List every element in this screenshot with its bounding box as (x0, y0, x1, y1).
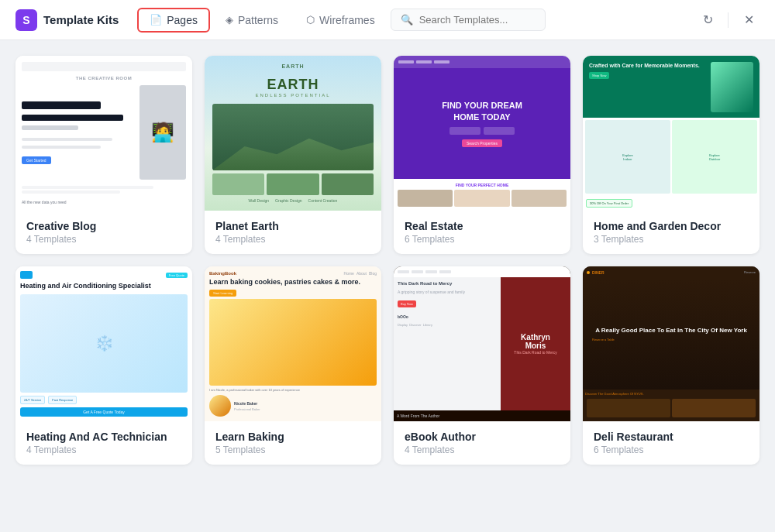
card-thumb-planet-earth: EARTH EARTH ENDLESS POTENTIAL Wall Desig… (205, 56, 381, 211)
card-info-ebook: eBook Author 4 Templates (394, 421, 570, 465)
card-thumb-home-garden: Crafted with Care for Memorable Moments.… (583, 56, 760, 211)
tab-pages-label: Pages (167, 14, 198, 26)
patterns-icon: ◈ (226, 14, 233, 26)
card-info-baking: Learn Baking 5 Templates (205, 421, 381, 465)
divider (728, 12, 728, 28)
card-info-creative-blog: Creative Blog 4 Templates (16, 211, 192, 254)
card-thumb-real-estate: FIND YOUR DREAMHOME TODAY Search Propert… (394, 56, 570, 211)
card-subtitle-creative-blog: 4 Templates (26, 234, 181, 245)
nav-tabs: 📄 Pages ◈ Patterns ⬡ Wireframes 🔍 (137, 8, 678, 33)
card-thumb-deli: DINER Reserve A Really Good Place To Eat… (583, 266, 760, 421)
card-subtitle-home-garden: 3 Templates (594, 234, 749, 245)
card-ebook[interactable]: This Dark Road to Mercy A gripping story… (394, 266, 570, 465)
card-home-garden[interactable]: Crafted with Care for Memorable Moments.… (583, 56, 760, 254)
card-info-hvac: Heating And AC Technician 4 Templates (16, 421, 192, 465)
card-thumb-hvac: Free Quote Heating and Air Conditioning … (16, 266, 192, 421)
card-title-hvac: Heating And AC Technician (26, 431, 181, 443)
card-title-ebook: eBook Author (405, 431, 560, 443)
card-baking[interactable]: BakingBook Home About Blog Learn baking … (205, 266, 381, 465)
card-subtitle-hvac: 4 Templates (26, 444, 181, 455)
card-title-deli: Deli Restaurant (594, 431, 749, 443)
card-title-creative-blog: Creative Blog (26, 220, 181, 232)
card-real-estate[interactable]: FIND YOUR DREAMHOME TODAY Search Propert… (394, 56, 570, 254)
card-title-home-garden: Home and Garden Decor (594, 220, 749, 232)
pages-icon: 📄 (150, 14, 162, 26)
card-title-baking: Learn Baking (215, 431, 370, 443)
card-planet-earth[interactable]: EARTH EARTH ENDLESS POTENTIAL Wall Desig… (205, 56, 381, 254)
wireframes-icon: ⬡ (306, 14, 315, 26)
card-title-planet-earth: Planet Earth (215, 220, 370, 232)
template-grid: THE CREATIVE ROOM Get Started 🧑‍💻 (0, 40, 775, 480)
card-info-planet-earth: Planet Earth 4 Templates (205, 211, 381, 254)
logo-text: Template Kits (43, 13, 119, 26)
card-deli[interactable]: DINER Reserve A Really Good Place To Eat… (583, 266, 760, 465)
card-subtitle-real-estate: 6 Templates (405, 234, 560, 245)
card-thumb-ebook: This Dark Road to Mercy A gripping story… (394, 266, 570, 421)
close-button[interactable]: ✕ (738, 9, 760, 31)
search-input[interactable] (419, 14, 536, 26)
card-subtitle-deli: 6 Templates (594, 444, 749, 455)
card-subtitle-planet-earth: 4 Templates (215, 234, 370, 245)
header-actions: ↻ ✕ (697, 9, 760, 31)
card-hvac[interactable]: Free Quote Heating and Air Conditioning … (16, 266, 192, 465)
logo-area: S Template Kits (16, 9, 119, 31)
card-thumb-creative-blog: THE CREATIVE ROOM Get Started 🧑‍💻 (16, 56, 192, 211)
tab-wireframes[interactable]: ⬡ Wireframes (294, 8, 388, 33)
logo-icon: S (16, 9, 37, 31)
card-info-deli: Deli Restaurant 6 Templates (583, 421, 760, 465)
tab-pages[interactable]: 📄 Pages (137, 8, 210, 33)
tab-patterns[interactable]: ◈ Patterns (213, 8, 291, 33)
search-icon: 🔍 (401, 14, 413, 26)
card-subtitle-baking: 5 Templates (215, 444, 370, 455)
card-thumb-baking: BakingBook Home About Blog Learn baking … (205, 266, 381, 421)
tab-patterns-label: Patterns (238, 14, 278, 26)
refresh-button[interactable]: ↻ (697, 9, 718, 31)
tab-wireframes-label: Wireframes (319, 14, 375, 26)
card-title-real-estate: Real Estate (405, 220, 560, 232)
card-info-real-estate: Real Estate 6 Templates (394, 211, 570, 254)
card-creative-blog[interactable]: THE CREATIVE ROOM Get Started 🧑‍💻 (16, 56, 192, 254)
card-subtitle-ebook: 4 Templates (405, 444, 560, 455)
search-area[interactable]: 🔍 (391, 9, 546, 31)
app-header: S Template Kits 📄 Pages ◈ Patterns ⬡ Wir… (0, 0, 775, 40)
card-info-home-garden: Home and Garden Decor 3 Templates (583, 211, 760, 254)
